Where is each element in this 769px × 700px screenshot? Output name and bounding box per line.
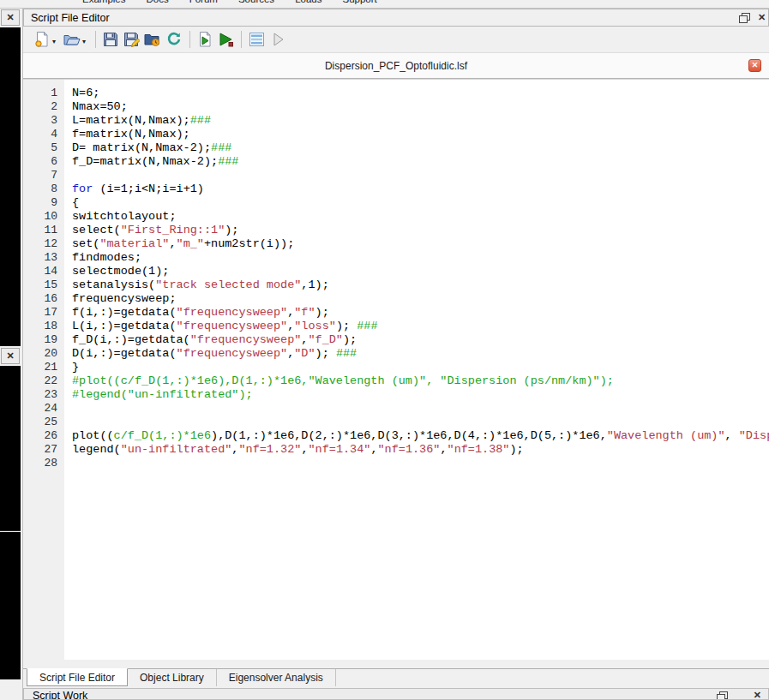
save-as-icon: [123, 31, 140, 48]
line-number: 22: [23, 374, 57, 388]
float-workspace-panel-icon[interactable]: [715, 691, 729, 700]
toolbar-separator: [95, 31, 96, 48]
bottom-tab-bar: Script File EditorObject LibraryEigensol…: [23, 668, 769, 686]
refresh-icon: [165, 31, 183, 48]
line-number: 11: [23, 224, 57, 237]
new-script-button-dropdown-caret[interactable]: ▾: [52, 34, 61, 45]
left-middle-panel-collapsed: [0, 366, 21, 531]
line-number: 16: [23, 292, 57, 306]
line-number: 15: [23, 278, 57, 292]
left-bottom-panel-close-button[interactable]: ✕: [1, 348, 20, 364]
line-number: 12: [23, 237, 57, 251]
code-line: plot((c/f_D(1,:)*1e6),D(1,:)*1e6,D(2,:)*…: [72, 429, 769, 443]
bottom-tab-eigensolver-analysis[interactable]: Eigensolver Analysis: [217, 669, 336, 686]
new-file-icon: [33, 31, 51, 48]
file-history-button[interactable]: [141, 28, 163, 51]
line-number: 2: [23, 100, 57, 114]
code-line: ​: [72, 457, 769, 470]
menu-item-support[interactable]: Support: [342, 0, 376, 4]
code-line: f_D=matrix(N,Nmax-2);###: [72, 155, 769, 169]
main-menubar-clipped: ExamplesDocsForumSourcesLoadsSupport: [0, 0, 769, 9]
script-file-editor-panel: Script File Editor ✕ ▾▾ Dispersion_PCF_O…: [22, 9, 769, 700]
code-line: ​: [72, 169, 769, 182]
code-line: findmodes;: [72, 251, 769, 265]
document-tab-filename: Dispersion_PCF_Optofluidic.lsf: [23, 60, 769, 72]
code-line: D(i,:)=getdata("frequencysweep","D"); ##…: [72, 347, 769, 361]
code-line: L(i,:)=getdata("frequencysweep","loss");…: [72, 320, 769, 333]
run-script-button[interactable]: [195, 28, 215, 51]
menu-item-sources[interactable]: Sources: [238, 0, 274, 4]
line-number: 4: [23, 128, 57, 141]
line-number: 1: [23, 87, 57, 100]
bottom-tab-script-file-editor[interactable]: Script File Editor: [27, 668, 128, 686]
save-as-button[interactable]: [121, 28, 141, 51]
open-script-button[interactable]: [61, 28, 82, 51]
step-button[interactable]: [267, 28, 288, 51]
line-number: 23: [23, 388, 57, 402]
left-bottom-panel-collapsed: [0, 532, 21, 679]
code-text-area[interactable]: N=6;Nmax=50;L=matrix(N,Nmax);###f=matrix…: [64, 80, 769, 660]
panel-titlebar: Script File Editor ✕: [23, 9, 769, 27]
code-line: #legend("un-infiltrated");: [72, 388, 769, 402]
code-line: f=matrix(N,Nmax);: [72, 128, 769, 141]
menu-item-docs[interactable]: Docs: [147, 0, 169, 4]
line-number: 9: [23, 196, 57, 210]
line-number: 26: [23, 429, 57, 443]
left-top-panel-collapsed: [0, 27, 21, 346]
script-editor-toolbar: ▾▾: [23, 27, 769, 52]
close-workspace-panel-icon[interactable]: ✕: [754, 690, 761, 700]
save-icon: [102, 31, 119, 48]
line-number: 17: [23, 306, 57, 320]
line-number: 21: [23, 361, 57, 374]
script-prompt-button[interactable]: [246, 28, 267, 51]
line-number: 13: [23, 251, 57, 265]
document-tab-close-button[interactable]: ✕: [748, 59, 761, 72]
document-tab[interactable]: Dispersion_PCF_Optofluidic.lsf ✕: [23, 52, 769, 79]
code-line: for (i=1;i<N;i=i+1): [72, 182, 769, 196]
refresh-button[interactable]: [163, 28, 185, 51]
run-script-icon: [196, 31, 213, 48]
run-icon: [217, 31, 235, 48]
code-line: {: [72, 196, 769, 210]
code-line: L=matrix(N,Nmax);###: [72, 114, 769, 128]
line-number: 27: [23, 443, 57, 457]
run-button[interactable]: [215, 28, 237, 51]
step-disabled-icon: [269, 31, 286, 48]
left-dock-strip: ✕ ✕: [0, 9, 22, 700]
code-line: f(i,:)=getdata("frequencysweep","f");: [72, 306, 769, 320]
close-panel-icon[interactable]: ✕: [758, 12, 768, 24]
code-line: setanalysis("track selected mode",1);: [72, 278, 769, 292]
open-folder-icon: [63, 31, 81, 48]
panel-title: Script File Editor: [31, 12, 730, 24]
toolbar-separator: [189, 31, 190, 48]
menu-item-forum[interactable]: Forum: [189, 0, 218, 4]
bottom-tab-object-library[interactable]: Object Library: [128, 669, 217, 686]
code-line: Nmax=50;: [72, 100, 769, 114]
line-number: 8: [23, 182, 57, 196]
workspace: ✕ ✕ Script File Editor ✕ ▾▾ Dispersion_P…: [0, 9, 769, 700]
left-top-panel-close-button[interactable]: ✕: [1, 9, 20, 26]
code-line: D= matrix(N,Nmax-2);###: [72, 141, 769, 155]
code-line: }: [72, 361, 769, 374]
console-icon: [248, 31, 266, 48]
code-line: frequencysweep;: [72, 292, 769, 306]
open-script-button-dropdown-caret[interactable]: ▾: [82, 34, 91, 45]
line-number: 14: [23, 265, 57, 278]
menu-item-loads[interactable]: Loads: [295, 0, 321, 4]
line-number-gutter: 1234567891011121314151617181920212223242…: [23, 80, 64, 660]
code-line: N=6;: [72, 87, 769, 100]
save-button[interactable]: [100, 28, 121, 51]
line-number: 28: [23, 457, 57, 470]
code-line: select("First_Ring::1");: [72, 224, 769, 237]
float-panel-icon[interactable]: [737, 12, 751, 24]
line-number: 20: [23, 347, 57, 361]
line-number: 24: [23, 402, 57, 416]
menu-item-examples[interactable]: Examples: [82, 0, 126, 4]
line-number: 25: [23, 416, 57, 429]
line-number: 18: [23, 320, 57, 333]
line-number: 7: [23, 169, 57, 182]
folder-clock-icon: [143, 31, 161, 48]
new-script-button[interactable]: [32, 28, 52, 51]
code-editor[interactable]: 1234567891011121314151617181920212223242…: [23, 79, 769, 660]
code-line: selectmode(1);: [72, 265, 769, 278]
